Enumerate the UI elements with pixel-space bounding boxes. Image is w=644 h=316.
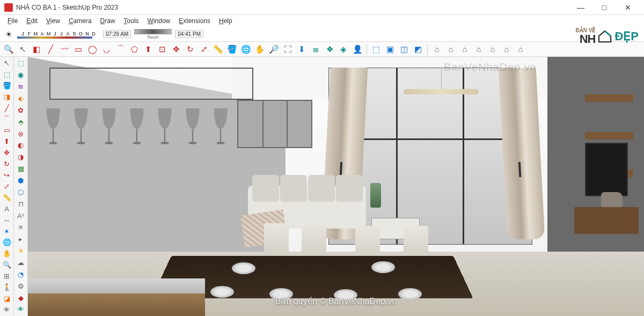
soften-icon[interactable]: ◔ xyxy=(15,269,27,280)
style3-icon[interactable]: ⌂ xyxy=(458,43,471,56)
scale-icon[interactable]: ⤢ xyxy=(197,43,210,56)
pan2-icon[interactable]: ✋ xyxy=(1,248,13,259)
scale2-icon[interactable]: ⤢ xyxy=(1,181,13,192)
view-iso-icon[interactable]: ⬚ xyxy=(370,43,383,56)
menu-view[interactable]: View xyxy=(42,16,64,26)
followme-icon[interactable]: ↪ xyxy=(1,170,13,180)
style5-icon[interactable]: ⌂ xyxy=(486,43,499,56)
line2-icon[interactable]: ╱ xyxy=(1,103,13,113)
minimize-button[interactable]: — xyxy=(569,0,592,15)
menu-file[interactable]: File xyxy=(3,16,22,26)
circle-icon[interactable]: ◯ xyxy=(86,43,99,56)
layers-icon[interactable]: ≣ xyxy=(309,43,322,56)
eraser2-icon[interactable]: ◨ xyxy=(1,92,13,102)
make-comp-icon[interactable]: ⬚ xyxy=(15,58,27,69)
label-icon[interactable]: A¹ xyxy=(15,210,27,221)
view-front-icon[interactable]: ◫ xyxy=(398,43,411,56)
zoom-icon[interactable]: 🔎 xyxy=(267,43,280,56)
solid1-icon[interactable]: ⬢ xyxy=(15,175,27,186)
style7-icon[interactable]: ⌂ xyxy=(514,43,527,56)
style1-icon[interactable]: ⌂ xyxy=(430,43,443,56)
line-icon[interactable]: ╱ xyxy=(44,43,57,56)
search-icon[interactable]: 🔍 xyxy=(2,43,15,56)
zoom2-icon[interactable]: 🔍 xyxy=(1,260,13,270)
maximize-button[interactable]: □ xyxy=(592,0,616,15)
fredo1-icon[interactable]: ⬖ xyxy=(15,93,27,104)
push2-icon[interactable]: ⬆ xyxy=(1,136,13,146)
bevel-icon[interactable]: ◑ xyxy=(15,152,27,163)
paint-bucket-icon[interactable]: 🪣 xyxy=(1,80,13,91)
arc2-icon[interactable]: ⌒ xyxy=(114,43,127,56)
outliner-icon[interactable]: ≡ xyxy=(15,222,27,233)
profile-icon[interactable]: ⊓ xyxy=(15,199,27,209)
orbit-icon[interactable]: 🌐 xyxy=(239,43,252,56)
style6-icon[interactable]: ⌂ xyxy=(500,43,513,56)
tape-icon[interactable]: 📏 xyxy=(211,43,224,56)
person-icon[interactable]: 👤 xyxy=(351,43,364,56)
paint-icon[interactable]: 🪣 xyxy=(225,43,238,56)
walk-icon[interactable]: 🚶 xyxy=(1,282,13,292)
layers3-icon[interactable]: ◈ xyxy=(337,43,350,56)
round-icon[interactable]: ◐ xyxy=(15,140,27,151)
axes-icon[interactable]: ✶ xyxy=(1,226,13,237)
pushpull-icon[interactable]: ⬆ xyxy=(142,43,155,56)
elephant-figurine xyxy=(601,192,623,207)
scene-icon[interactable]: ▸ xyxy=(15,234,27,245)
shadow-icon[interactable]: ☀ xyxy=(15,246,27,256)
menu-window[interactable]: Window xyxy=(143,16,175,26)
solid2-icon[interactable]: ⬡ xyxy=(15,187,27,197)
dim-icon[interactable]: ↔ xyxy=(1,215,13,225)
material-icon[interactable]: ◉ xyxy=(15,70,27,80)
ext3-icon[interactable]: 👁 xyxy=(15,304,27,315)
layers2-icon[interactable]: ❖ xyxy=(323,43,336,56)
menu-tools[interactable]: Tools xyxy=(120,16,143,26)
orbit2-icon[interactable]: 🌐 xyxy=(1,238,13,248)
3d-viewport[interactable]: BanVeNhaDep.vn Bản quyền © BanVeNhaDep.v… xyxy=(28,57,644,316)
curviloft-icon[interactable]: ≋ xyxy=(15,82,27,92)
component-icon[interactable]: ⬚ xyxy=(1,69,13,79)
section-icon[interactable]: ◪ xyxy=(1,293,13,304)
view-back-icon[interactable]: ◩ xyxy=(412,43,425,56)
menu-extensions[interactable]: Extensions xyxy=(174,16,215,26)
style2-icon[interactable]: ⌂ xyxy=(444,43,457,56)
view-top-icon[interactable]: ▣ xyxy=(384,43,397,56)
select-tool-icon[interactable]: ↖ xyxy=(1,58,13,68)
fredo3-icon[interactable]: ⬘ xyxy=(15,116,27,127)
warehouse-icon[interactable]: ⬇ xyxy=(295,43,308,56)
rotate2-icon[interactable]: ↻ xyxy=(1,159,13,169)
text-icon[interactable]: A xyxy=(1,204,13,214)
rotate-icon[interactable]: ↻ xyxy=(184,43,196,56)
fredo2-icon[interactable]: ✿ xyxy=(15,105,27,115)
look-icon[interactable]: 👁 xyxy=(1,305,13,315)
select-icon[interactable]: ↖ xyxy=(16,43,29,56)
ext1-icon[interactable]: ⚙ xyxy=(15,281,27,291)
zoom-ext-icon[interactable]: ⛶ xyxy=(281,43,294,56)
style4-icon[interactable]: ⌂ xyxy=(472,43,485,56)
time-end[interactable]: 04:41 PM xyxy=(175,30,203,38)
time-start[interactable]: 07:28 AM xyxy=(103,30,131,38)
menu-help[interactable]: Help xyxy=(215,16,237,26)
time-slider[interactable] xyxy=(134,29,172,34)
arc3-icon[interactable]: ⌒ xyxy=(1,114,13,124)
move-icon[interactable]: ✥ xyxy=(170,43,182,56)
menu-edit[interactable]: Edit xyxy=(22,16,42,26)
move2-icon[interactable]: ✥ xyxy=(1,148,13,158)
offset-icon[interactable]: ⊡ xyxy=(156,43,169,56)
menu-camera[interactable]: Camera xyxy=(64,16,96,26)
tape2-icon[interactable]: 📏 xyxy=(1,193,13,203)
pan-icon[interactable]: ✋ xyxy=(253,43,266,56)
shadow-toggle-icon[interactable]: ☀ xyxy=(3,29,14,40)
fog-icon[interactable]: ☁ xyxy=(15,258,27,268)
ext2-icon[interactable]: ◆ xyxy=(15,292,27,303)
arc-icon[interactable]: ◡ xyxy=(100,43,113,56)
joint-icon[interactable]: ⊛ xyxy=(15,128,27,139)
polygon-icon[interactable]: ⬠ xyxy=(128,43,141,56)
freehand-icon[interactable]: 〰 xyxy=(58,43,71,56)
sandbox-icon[interactable]: ▦ xyxy=(15,164,27,174)
eraser-icon[interactable]: ◧ xyxy=(30,43,43,56)
shape-icon[interactable]: ▭ xyxy=(1,125,13,135)
zoomwin-icon[interactable]: ⊞ xyxy=(1,271,13,281)
close-button[interactable]: ✕ xyxy=(616,0,640,15)
rect-icon[interactable]: ▭ xyxy=(72,43,85,56)
menu-draw[interactable]: Draw xyxy=(96,16,120,26)
